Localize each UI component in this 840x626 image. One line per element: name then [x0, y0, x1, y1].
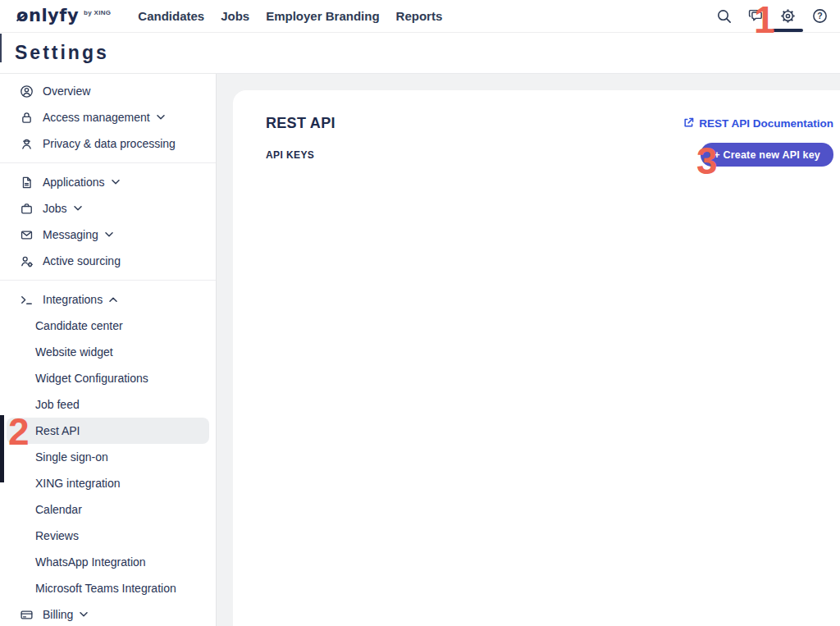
- nav-jobs[interactable]: Jobs: [221, 9, 249, 23]
- sidebar-item-candidate-center[interactable]: Candidate center: [0, 313, 216, 339]
- settings-gear-icon[interactable]: [778, 7, 797, 25]
- sidebar-item-label: Privacy & data processing: [43, 137, 176, 150]
- svg-text:?: ?: [817, 11, 822, 21]
- sidebar-item-messaging[interactable]: Messaging: [0, 222, 216, 248]
- sidebar-item-applications[interactable]: Applications: [0, 169, 216, 195]
- chat-icon[interactable]: [746, 7, 765, 25]
- chevron-up-icon: [109, 297, 117, 302]
- sidebar-item-label: Widget Configurations: [35, 372, 148, 385]
- chevron-down-icon: [112, 180, 120, 185]
- sidebar-item-integrations[interactable]: Integrations: [0, 286, 216, 313]
- sidebar-item-calendar[interactable]: Calendar: [0, 496, 216, 523]
- rest-api-card: REST API REST API Documentation API KEYS…: [233, 90, 840, 626]
- sidebar-item-widget-configurations[interactable]: Widget Configurations: [0, 365, 216, 391]
- api-keys-label: API KEYS: [266, 149, 314, 161]
- settings-sidebar: OverviewAccess managementPrivacy & data …: [0, 74, 217, 626]
- sidebar-item-rest-api[interactable]: Rest API: [7, 418, 209, 444]
- sidebar-item-privacy-data-processing[interactable]: Privacy & data processing: [0, 130, 216, 157]
- card-title-row: REST API REST API Documentation: [266, 115, 833, 132]
- sidebar-item-job-feed[interactable]: Job feed: [0, 391, 216, 418]
- brand-text: onlyfy: [16, 7, 79, 25]
- external-link-icon: [682, 117, 695, 131]
- create-api-key-button[interactable]: + Create new API key: [701, 143, 833, 167]
- sidebar-item-overview[interactable]: Overview: [0, 78, 216, 104]
- sidebar-item-label: Jobs: [43, 202, 67, 215]
- sidebar-item-label: Overview: [43, 85, 90, 98]
- sidebar-item-label: Rest API: [35, 424, 80, 437]
- nav-employer-branding[interactable]: Employer Branding: [266, 9, 379, 23]
- sidebar-item-xing-integration[interactable]: XING integration: [0, 470, 216, 496]
- sidebar-item-billing[interactable]: Billing: [0, 601, 216, 626]
- briefcase-icon: [20, 202, 34, 216]
- top-nav: onlyfy by XING CandidatesJobsEmployer Br…: [0, 0, 840, 33]
- sidebar-item-label: Reviews: [35, 529, 79, 542]
- rest-api-doc-link[interactable]: REST API Documentation: [682, 117, 833, 131]
- chevron-down-icon: [74, 206, 82, 211]
- screen-edge-artifact: [0, 415, 4, 482]
- sidebar-item-label: Billing: [43, 608, 73, 621]
- sidebar-item-label: WhatsApp Integration: [35, 555, 146, 569]
- sidebar-item-label: Messaging: [43, 228, 98, 241]
- page-title: Settings: [15, 42, 109, 64]
- chevron-down-icon: [105, 232, 113, 237]
- credit-card-icon: [20, 608, 34, 622]
- sidebar-item-label: Calendar: [35, 503, 82, 516]
- sidebar-item-label: Single sign-on: [35, 450, 108, 464]
- incognito-icon: [20, 137, 34, 151]
- sidebar-item-label: Active sourcing: [43, 254, 121, 267]
- nav-reports[interactable]: Reports: [396, 9, 443, 23]
- terminal-icon: [20, 293, 34, 307]
- sidebar-item-label: Applications: [43, 176, 105, 189]
- primary-nav: CandidatesJobsEmployer BrandingReports: [138, 9, 442, 23]
- sidebar-item-jobs[interactable]: Jobs: [0, 195, 216, 222]
- doc-link-label: REST API Documentation: [699, 117, 833, 130]
- sidebar-item-label: Candidate center: [35, 319, 123, 332]
- screen-edge-artifact: [0, 34, 2, 62]
- document-icon: [20, 176, 34, 190]
- page-header: Settings: [0, 33, 840, 74]
- chevron-down-icon: [80, 612, 88, 617]
- settings-page: onlyfy by XING CandidatesJobsEmployer Br…: [0, 0, 840, 626]
- top-action-icons: ?: [714, 7, 829, 25]
- sidebar-item-label: Integrations: [43, 293, 103, 306]
- sidebar-item-access-management[interactable]: Access management: [0, 104, 216, 130]
- brand-byline: by XING: [84, 9, 111, 16]
- sidebar-item-microsoft-teams-integration[interactable]: Microsoft Teams Integration: [0, 575, 216, 601]
- user-circle-icon: [20, 85, 34, 98]
- sidebar-item-label: XING integration: [35, 477, 121, 490]
- sidebar-divider: [0, 280, 216, 281]
- sidebar-item-label: Website widget: [35, 345, 113, 359]
- envelope-icon: [20, 228, 34, 242]
- sidebar-item-single-sign-on[interactable]: Single sign-on: [0, 444, 216, 470]
- onlyfy-logo[interactable]: onlyfy by XING: [16, 7, 111, 25]
- sidebar-item-label: Job feed: [35, 398, 80, 411]
- sidebar-item-label: Access management: [43, 111, 150, 124]
- sidebar-item-whatsapp-integration[interactable]: WhatsApp Integration: [0, 549, 216, 575]
- search-icon[interactable]: [714, 7, 733, 25]
- nav-candidates[interactable]: Candidates: [138, 9, 204, 23]
- api-keys-row: API KEYS + Create new API key: [266, 143, 833, 167]
- chevron-down-icon: [157, 115, 165, 120]
- help-icon[interactable]: ?: [810, 7, 829, 25]
- sidebar-divider: [0, 162, 216, 163]
- rest-api-title: REST API: [266, 115, 336, 132]
- sidebar-item-label: Microsoft Teams Integration: [35, 582, 176, 595]
- user-gear-icon: [20, 254, 34, 268]
- body-row: OverviewAccess managementPrivacy & data …: [0, 74, 840, 626]
- lock-icon: [20, 111, 34, 125]
- sidebar-item-reviews[interactable]: Reviews: [0, 523, 216, 549]
- content-area: REST API REST API Documentation API KEYS…: [217, 74, 840, 626]
- sidebar-item-active-sourcing[interactable]: Active sourcing: [0, 248, 216, 274]
- sidebar-item-website-widget[interactable]: Website widget: [0, 339, 216, 365]
